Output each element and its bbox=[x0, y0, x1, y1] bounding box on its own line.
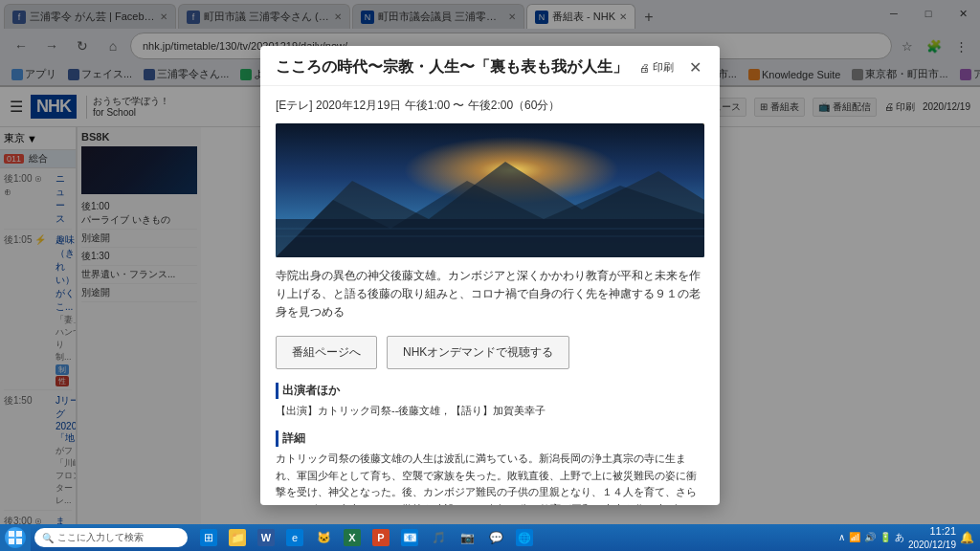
taskbar-windows-icon: ⊞ bbox=[200, 529, 217, 546]
modal-broadcast-info: [Eテレ] 2020年12月19日 午後1:00 〜 午後2:00（60分） bbox=[276, 98, 704, 114]
taskbar-app-music[interactable]: 🎵 bbox=[425, 524, 452, 551]
modal-detail-content: カトリック司祭の後藤文雄の人生は波乱に満ちている。新潟長岡の浄土真宗の寺に生まれ… bbox=[276, 451, 704, 505]
svg-rect-4 bbox=[276, 219, 704, 257]
start-button[interactable] bbox=[0, 524, 31, 551]
taskbar-app-powerpoint[interactable]: P bbox=[368, 524, 394, 551]
taskbar-app-edge[interactable]: e bbox=[281, 524, 308, 551]
modal-buttons: 番組ページへ NHKオンデマンドで視聴する bbox=[276, 336, 704, 369]
svg-rect-8 bbox=[16, 531, 22, 537]
taskbar-app-explorer[interactable]: 📁 bbox=[224, 524, 251, 551]
taskbar-app-chat[interactable]: 💬 bbox=[482, 524, 509, 551]
taskbar-search-bar[interactable]: 🔍 ここに入力して検索 bbox=[34, 528, 188, 547]
taskbar-date: 2020/12/19 bbox=[908, 539, 956, 551]
modal-description: 寺院出身の異色の神父後藤文雄。カンボジアと深くかかわり教育が平和と未来を作り上げ… bbox=[276, 267, 704, 322]
notification-btn[interactable]: 🔔 bbox=[960, 531, 974, 544]
modal-print-label: 印刷 bbox=[653, 60, 674, 75]
taskbar: 🔍 ここに入力して検索 ⊞ 📁 W e 🐱 X P 📧 🎵 bbox=[0, 524, 980, 551]
taskbar-cat-icon: 🐱 bbox=[315, 529, 332, 546]
svg-rect-7 bbox=[9, 531, 14, 537]
modal-title: こころの時代〜宗教・人生〜「裏も表も我が人生」 bbox=[276, 57, 639, 77]
taskbar-app-cat[interactable]: 🐱 bbox=[310, 524, 337, 551]
taskbar-app-excel[interactable]: X bbox=[339, 524, 366, 551]
modal-image: こころの時代 〜宗教・人生〜 bbox=[276, 123, 704, 257]
windows-logo bbox=[5, 527, 26, 548]
taskbar-edge-icon: e bbox=[286, 529, 303, 546]
taskbar-app-windows[interactable]: ⊞ bbox=[195, 524, 222, 551]
taskbar-chat-icon: 💬 bbox=[487, 529, 504, 546]
systray-arrow[interactable]: ∧ bbox=[838, 532, 845, 542]
systray-jpn[interactable]: あ bbox=[895, 531, 904, 544]
taskbar-clock[interactable]: 11:21 2020/12/19 bbox=[908, 524, 956, 550]
modal-cast-title: 出演者ほか bbox=[276, 383, 704, 399]
modal-program-page-btn[interactable]: 番組ページへ bbox=[276, 336, 377, 369]
taskbar-systray: ∧ 📶 🔊 🔋 あ bbox=[838, 531, 904, 544]
modal-close-button[interactable]: ✕ bbox=[685, 58, 704, 77]
modal-print-btn[interactable]: 🖨 印刷 bbox=[639, 60, 674, 75]
svg-rect-10 bbox=[16, 539, 22, 544]
modal-print-icon: 🖨 bbox=[639, 62, 650, 74]
taskbar-apps: ⊞ 📁 W e 🐱 X P 📧 🎵 📷 💬 bbox=[195, 524, 538, 551]
modal-overlay[interactable]: こころの時代〜宗教・人生〜「裏も表も我が人生」 🖨 印刷 ✕ [Eテレ] 202… bbox=[0, 0, 980, 551]
systray-network[interactable]: 📶 bbox=[849, 532, 860, 542]
taskbar-word-icon: W bbox=[257, 529, 275, 546]
taskbar-ppt-icon: P bbox=[372, 529, 390, 546]
taskbar-app-browser[interactable]: 🌐 bbox=[511, 524, 538, 551]
taskbar-music-icon: 🎵 bbox=[430, 529, 447, 546]
taskbar-mail-icon: 📧 bbox=[401, 529, 418, 546]
taskbar-browser-icon: 🌐 bbox=[516, 529, 533, 546]
taskbar-app-mail[interactable]: 📧 bbox=[396, 524, 423, 551]
modal-cast-content: 【出演】カトリック司祭--後藤文雄，【語り】加賀美幸子 bbox=[276, 403, 704, 420]
taskbar-time: 11:21 bbox=[908, 524, 956, 538]
svg-rect-9 bbox=[9, 539, 14, 544]
modal-ondemand-btn[interactable]: NHKオンデマンドで視聴する bbox=[387, 336, 569, 369]
modal-header: こころの時代〜宗教・人生〜「裏も表も我が人生」 🖨 印刷 ✕ bbox=[260, 46, 720, 86]
systray-battery[interactable]: 🔋 bbox=[880, 532, 891, 542]
taskbar-app-word[interactable]: W bbox=[253, 524, 279, 551]
taskbar-app-photos[interactable]: 📷 bbox=[454, 524, 480, 551]
taskbar-excel-icon: X bbox=[344, 529, 361, 546]
taskbar-explorer-icon: 📁 bbox=[229, 529, 246, 546]
taskbar-search-icon: 🔍 bbox=[42, 533, 54, 543]
systray-sound[interactable]: 🔊 bbox=[864, 532, 876, 542]
taskbar-search-text: ここに入力して検索 bbox=[57, 531, 144, 544]
modal-body: [Eテレ] 2020年12月19日 午後1:00 〜 午後2:00（60分） bbox=[260, 86, 720, 505]
modal-dialog: こころの時代〜宗教・人生〜「裏も表も我が人生」 🖨 印刷 ✕ [Eテレ] 202… bbox=[260, 46, 720, 505]
taskbar-right: ∧ 📶 🔊 🔋 あ 11:21 2020/12/19 🔔 bbox=[838, 524, 980, 550]
taskbar-photos-icon: 📷 bbox=[458, 529, 476, 546]
modal-detail-title: 詳細 bbox=[276, 430, 704, 447]
